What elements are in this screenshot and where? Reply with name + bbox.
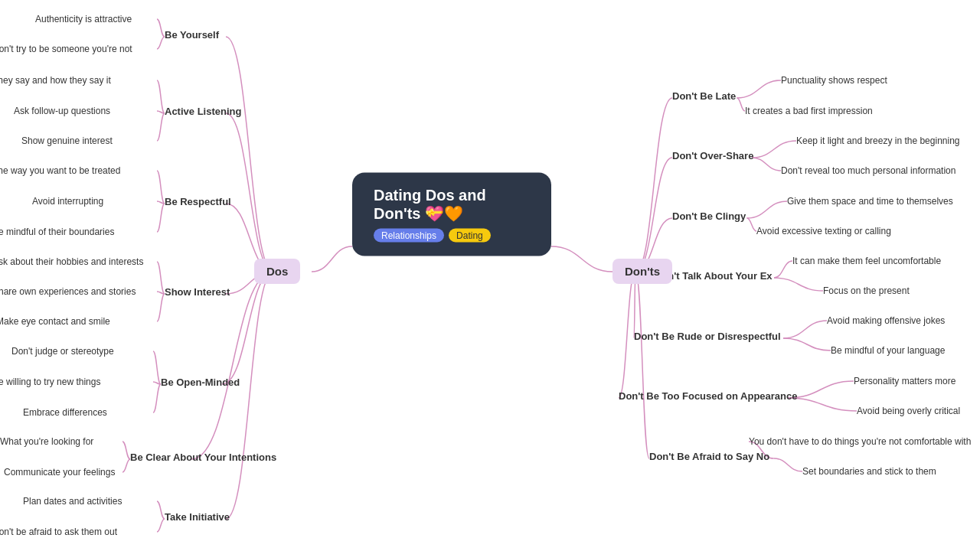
- center-tags: Relationships Dating: [374, 229, 530, 243]
- donts-leaf-3-0: It can make them feel uncomfortable: [792, 256, 941, 266]
- dos-leaf-2-1: Avoid interrupting: [32, 196, 103, 207]
- dos-branch[interactable]: Dos: [254, 259, 300, 284]
- donts-cat-5: Don't Be Too Focused on Appearance: [619, 390, 798, 402]
- donts-leaf-1-0: Keep it light and breezy in the beginnin…: [796, 135, 960, 146]
- donts-leaf-5-0: Personality matters more: [854, 376, 956, 386]
- donts-leaf-3-1: Focus on the present: [823, 285, 910, 296]
- mind-map-canvas: Dating Dos and Don'ts 💝🧡 Relationships D…: [0, 0, 980, 551]
- dos-leaf-4-0: Don't judge or stereotype: [11, 346, 114, 357]
- donts-leaf-4-1: Be mindful of your language: [831, 345, 945, 356]
- donts-cat-3: Don't Talk About Your Ex: [655, 270, 773, 282]
- donts-leaf-2-1: Avoid excessive texting or calling: [756, 226, 891, 236]
- donts-leaf-6-0: You don't have to do things you're not c…: [749, 436, 971, 447]
- donts-cat-4: Don't Be Rude or Disrespectful: [634, 331, 781, 342]
- dos-leaf-5-0: What you're looking for: [0, 436, 93, 447]
- dos-cat-2: Be Respectful: [165, 196, 231, 207]
- dos-cat-3: Show Interest: [165, 286, 230, 298]
- dos-leaf-4-2: Embrace differences: [23, 407, 107, 418]
- dos-leaf-6-0: Plan dates and activities: [23, 496, 122, 507]
- donts-leaf-2-0: Give them space and time to themselves: [787, 196, 953, 207]
- dos-leaf-3-1: Share own experiences and stories: [0, 286, 136, 297]
- dos-leaf-3-2: Make eye contact and smile: [0, 316, 110, 327]
- center-node: Dating Dos and Don'ts 💝🧡 Relationships D…: [352, 173, 551, 256]
- dos-cat-6: Take Initiative: [165, 511, 230, 523]
- donts-cat-2: Don't Be Clingy: [672, 210, 746, 222]
- dos-leaf-1-2: Show genuine interest: [21, 135, 113, 146]
- dos-leaf-2-2: Be mindful of their boundaries: [0, 227, 114, 237]
- dos-cat-0: Be Yourself: [165, 29, 219, 41]
- dos-leaf-0-0: Authenticity is attractive: [35, 14, 132, 24]
- dos-leaf-4-1: Be willing to try new things: [0, 377, 100, 387]
- dos-leaf-6-1: Don't be afraid to ask them out: [0, 527, 117, 537]
- donts-cat-0: Don't Be Late: [672, 90, 736, 102]
- donts-branch[interactable]: Don'ts: [612, 259, 672, 284]
- dos-leaf-2-0: The way you want to be treated: [0, 165, 120, 176]
- dos-cat-5: Be Clear About Your Intentions: [130, 452, 276, 463]
- dos-cat-4: Be Open-Minded: [161, 377, 240, 388]
- donts-leaf-0-1: It creates a bad first impression: [745, 106, 873, 116]
- dos-leaf-1-0: They say and how they say it: [0, 75, 111, 86]
- donts-leaf-1-1: Don't reveal too much personal informati…: [781, 165, 956, 176]
- tag-dating[interactable]: Dating: [449, 229, 491, 243]
- tag-relationships[interactable]: Relationships: [374, 229, 444, 243]
- dos-cat-1: Active Listening: [165, 106, 241, 117]
- dos-leaf-5-1: Communicate your feelings: [4, 467, 115, 478]
- dos-leaf-1-1: Ask follow-up questions: [14, 106, 110, 116]
- donts-leaf-5-1: Avoid being overly critical: [857, 406, 960, 416]
- donts-cat-1: Don't Over-Share: [672, 150, 753, 161]
- dos-leaf-0-1: Don't try to be someone you're not: [0, 44, 132, 54]
- center-title: Dating Dos and Don'ts 💝🧡: [374, 187, 530, 223]
- donts-leaf-0-0: Punctuality shows respect: [781, 75, 887, 86]
- donts-leaf-4-0: Avoid making offensive jokes: [827, 315, 945, 326]
- donts-leaf-6-1: Set boundaries and stick to them: [802, 466, 936, 477]
- dos-leaf-3-0: Ask about their hobbies and interests: [0, 256, 143, 267]
- donts-cat-6: Don't Be Afraid to Say No: [649, 451, 769, 462]
